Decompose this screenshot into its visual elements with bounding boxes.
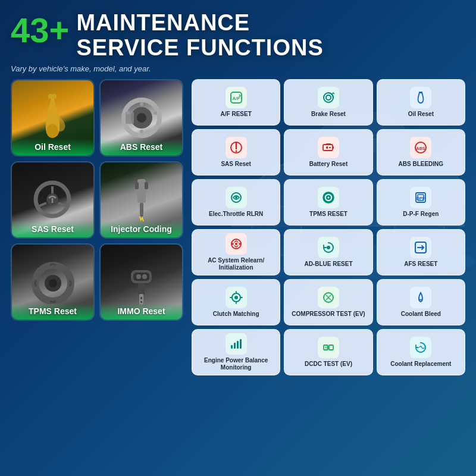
photo-card-injector[interactable]: Injector Coding [99, 161, 183, 239]
svg-rect-66 [231, 345, 233, 349]
func-card-sas-reset[interactable]: SAS Reset [192, 129, 280, 176]
svg-rect-34 [140, 297, 142, 299]
svg-point-11 [140, 102, 143, 106]
sas-reset-label: SAS Reset [12, 221, 93, 237]
subtitle-text: Vary by vehicle's make, model, and year. [11, 64, 465, 73]
ac-system-icon [226, 233, 247, 255]
injector-label: Injector Coding [101, 221, 182, 237]
abs-bleeding-icon: ABS [410, 137, 431, 158]
title-line1: MAINTENANCE [76, 11, 323, 36]
afs-reset-icon [410, 237, 431, 258]
svg-point-14 [154, 111, 157, 115]
coolant-replacement-icon [410, 337, 431, 358]
svg-point-27 [49, 279, 57, 287]
svg-point-6 [46, 124, 58, 138]
coolant-replacement-label: Coolant Replacement [390, 361, 451, 368]
tpms-reset-func-icon [318, 187, 339, 208]
func-card-battery-reset[interactable]: Battery Reset [284, 129, 372, 176]
immo-label: IMMO Reset [101, 303, 182, 320]
dcdc-test-label: DCDC TEST (EV) [305, 361, 352, 368]
tpms-reset-func-label: TPMS RESET [309, 211, 347, 218]
func-card-engine-power[interactable]: Engine Power Balance Monitoring [192, 329, 280, 375]
engine-power-icon [226, 333, 247, 355]
photo-card-oil-reset[interactable]: Oil Reset [11, 79, 95, 156]
svg-point-13 [126, 111, 130, 115]
svg-rect-24 [145, 182, 148, 189]
tire-icon [29, 259, 77, 304]
func-card-tpms-reset[interactable]: TPMS RESET [284, 179, 372, 226]
func-card-dcdc-test[interactable]: DCDC TEST (EV) [284, 329, 372, 375]
svg-rect-71 [329, 345, 333, 350]
engine-power-label: Engine Power Balance Monitoring [195, 357, 277, 371]
title-line2: SERVICE FUNCTIONS [76, 36, 323, 61]
af-reset-icon: A/F [226, 87, 247, 108]
func-card-ad-blue[interactable]: AD-BLUE RESET [284, 229, 372, 275]
compressor-test-icon [318, 287, 339, 308]
oil-pour-icon [36, 94, 69, 142]
brake-reset-icon [318, 87, 339, 108]
car-key-icon [125, 258, 158, 306]
svg-rect-22 [140, 203, 143, 215]
coolant-bleed-label: Coolant Bleed [401, 311, 441, 318]
feature-count: 43+ [11, 13, 69, 48]
photo-card-sas-reset[interactable]: SAS Reset [11, 161, 95, 239]
function-cards-panel: A/F A/F RESET Brake Reset [192, 79, 465, 375]
clutch-matching-label: Clutch Matching [213, 311, 259, 318]
header-section: 43+ MAINTENANCE SERVICE FUNCTIONS [11, 11, 465, 61]
clutch-matching-icon [226, 287, 247, 308]
svg-rect-21 [137, 179, 146, 203]
svg-point-9 [137, 113, 146, 123]
svg-rect-32 [138, 283, 145, 295]
svg-rect-67 [234, 343, 236, 349]
func-card-clutch-matching[interactable]: Clutch Matching [192, 279, 280, 325]
func-card-abs-bleeding[interactable]: ABS ABS BLEEDING [377, 129, 465, 176]
dpf-regen-icon: DPF [410, 187, 431, 208]
abs-reset-label: ABS Reset [101, 139, 182, 155]
tpms-label: TPMS Reset [12, 303, 93, 320]
func-card-elec-throttle[interactable]: Elec.Throttle RLRN [192, 179, 280, 226]
oil-reset-func-icon [410, 87, 431, 108]
svg-rect-44 [333, 146, 334, 149]
photo-cards-panel: Oil Reset ABS [11, 79, 183, 375]
photo-card-tpms[interactable]: TPMS Reset [11, 243, 95, 321]
svg-text:ABS: ABS [416, 146, 425, 150]
svg-point-31 [142, 274, 147, 279]
svg-text:DPF: DPF [416, 196, 425, 200]
func-card-coolant-replacement[interactable]: Coolant Replacement [377, 329, 465, 375]
title-block: MAINTENANCE SERVICE FUNCTIONS [76, 11, 323, 61]
photo-card-immo[interactable]: IMMO Reset [99, 243, 183, 321]
dpf-regen-label: D-P-F Regen [403, 211, 439, 218]
photo-card-abs-reset[interactable]: ABS Reset [99, 79, 183, 156]
battery-reset-icon [318, 137, 339, 158]
func-card-ac-system[interactable]: AC System Relearn/ Initialization [192, 229, 280, 275]
steering-wheel-icon [33, 180, 72, 219]
sas-reset-func-icon [226, 137, 247, 158]
elec-throttle-label: Elec.Throttle RLRN [209, 211, 263, 218]
sas-reset-func-label: SAS Reset [221, 161, 251, 168]
svg-point-42 [235, 150, 237, 152]
func-card-coolant-bleed[interactable]: Coolant Bleed [377, 279, 465, 325]
func-card-compressor[interactable]: COMPRESSOR TEST (EV) [284, 279, 372, 325]
oil-reset-label: Oil Reset [12, 139, 93, 155]
func-card-oil-reset[interactable]: Oil Reset [377, 79, 465, 126]
injector-icon [127, 176, 156, 224]
abs-bleeding-label: ABS BLEEDING [399, 161, 444, 168]
ac-system-label: AC System Relearn/ Initialization [208, 257, 264, 271]
func-card-brake-reset[interactable]: Brake Reset [284, 79, 372, 126]
svg-rect-23 [135, 182, 139, 189]
svg-point-60 [235, 243, 237, 245]
coolant-bleed-icon [410, 287, 431, 308]
compressor-test-label: COMPRESSOR TEST (EV) [292, 311, 365, 318]
brake-disc-icon [121, 95, 162, 140]
page-content: 43+ MAINTENANCE SERVICE FUNCTIONS Vary b… [0, 0, 476, 381]
svg-point-55 [327, 196, 329, 198]
svg-point-61 [327, 246, 330, 249]
svg-rect-5 [48, 94, 57, 99]
svg-point-30 [136, 274, 141, 279]
svg-line-20 [58, 203, 67, 206]
func-card-dpf-regen[interactable]: DPF D-P-F Regen [377, 179, 465, 226]
afs-reset-label: AFS RESET [404, 261, 437, 268]
func-card-afs-reset[interactable]: AFS RESET [377, 229, 465, 275]
func-card-af-reset[interactable]: A/F A/F RESET [192, 79, 280, 126]
dcdc-test-icon [318, 337, 339, 358]
